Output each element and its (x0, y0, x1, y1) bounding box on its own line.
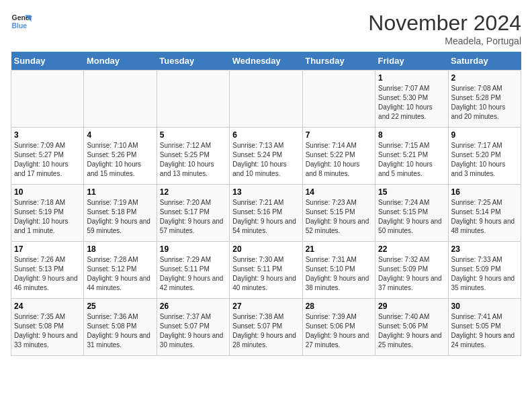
week-row-4: 17Sunrise: 7:26 AMSunset: 5:13 PMDayligh… (11, 242, 521, 299)
calendar-cell: 4Sunrise: 7:10 AMSunset: 5:26 PMDaylight… (84, 128, 157, 185)
logo-icon: General Blue (11, 11, 32, 32)
day-number: 25 (87, 302, 153, 311)
calendar-cell: 28Sunrise: 7:39 AMSunset: 5:06 PMDayligh… (302, 299, 375, 356)
day-number: 3 (14, 130, 81, 140)
weekday-header-monday: Monday (84, 52, 157, 71)
day-number: 4 (87, 130, 153, 140)
week-row-3: 10Sunrise: 7:18 AMSunset: 5:19 PMDayligh… (11, 185, 521, 242)
calendar-cell (157, 71, 229, 128)
calendar-cell: 3Sunrise: 7:09 AMSunset: 5:27 PMDaylight… (11, 128, 84, 185)
calendar-cell: 1Sunrise: 7:07 AMSunset: 5:30 PMDaylight… (375, 71, 448, 128)
calendar-cell: 14Sunrise: 7:23 AMSunset: 5:15 PMDayligh… (302, 185, 375, 242)
day-info: Sunrise: 7:25 AMSunset: 5:14 PMDaylight:… (451, 198, 518, 236)
week-row-5: 24Sunrise: 7:35 AMSunset: 5:08 PMDayligh… (11, 299, 521, 356)
calendar-cell: 18Sunrise: 7:28 AMSunset: 5:12 PMDayligh… (84, 242, 157, 299)
day-info: Sunrise: 7:32 AMSunset: 5:09 PMDaylight:… (378, 255, 445, 293)
calendar-cell: 16Sunrise: 7:25 AMSunset: 5:14 PMDayligh… (448, 185, 521, 242)
calendar-table: SundayMondayTuesdayWednesdayThursdayFrid… (11, 52, 521, 356)
day-number: 8 (378, 130, 445, 140)
weekday-header-tuesday: Tuesday (157, 52, 229, 71)
day-number: 19 (160, 244, 226, 254)
day-number: 27 (232, 302, 299, 311)
day-info: Sunrise: 7:15 AMSunset: 5:21 PMDaylight:… (378, 141, 445, 179)
day-number: 5 (160, 130, 226, 140)
day-number: 14 (306, 187, 372, 197)
weekday-header-row: SundayMondayTuesdayWednesdayThursdayFrid… (11, 52, 521, 71)
calendar-cell: 29Sunrise: 7:40 AMSunset: 5:06 PMDayligh… (375, 299, 448, 356)
day-info: Sunrise: 7:21 AMSunset: 5:16 PMDaylight:… (232, 198, 299, 236)
calendar-cell: 22Sunrise: 7:32 AMSunset: 5:09 PMDayligh… (375, 242, 448, 299)
day-info: Sunrise: 7:13 AMSunset: 5:24 PMDaylight:… (232, 141, 299, 179)
day-number: 13 (232, 187, 299, 197)
calendar-cell: 27Sunrise: 7:38 AMSunset: 5:07 PMDayligh… (230, 299, 302, 356)
day-info: Sunrise: 7:29 AMSunset: 5:11 PMDaylight:… (160, 255, 226, 293)
logo: General Blue (11, 11, 32, 32)
day-number: 16 (451, 187, 518, 197)
weekday-header-wednesday: Wednesday (230, 52, 302, 71)
day-info: Sunrise: 7:35 AMSunset: 5:08 PMDaylight:… (14, 312, 81, 350)
day-info: Sunrise: 7:37 AMSunset: 5:07 PMDaylight:… (160, 312, 226, 350)
day-number: 7 (306, 130, 372, 140)
day-info: Sunrise: 7:33 AMSunset: 5:09 PMDaylight:… (451, 255, 518, 293)
day-info: Sunrise: 7:14 AMSunset: 5:22 PMDaylight:… (306, 141, 372, 179)
calendar-cell (230, 71, 302, 128)
day-info: Sunrise: 7:07 AMSunset: 5:30 PMDaylight:… (378, 84, 445, 122)
day-info: Sunrise: 7:08 AMSunset: 5:28 PMDaylight:… (451, 84, 518, 122)
day-info: Sunrise: 7:10 AMSunset: 5:26 PMDaylight:… (87, 141, 153, 179)
calendar-cell: 30Sunrise: 7:41 AMSunset: 5:05 PMDayligh… (448, 299, 521, 356)
calendar-cell: 5Sunrise: 7:12 AMSunset: 5:25 PMDaylight… (157, 128, 229, 185)
calendar-cell: 6Sunrise: 7:13 AMSunset: 5:24 PMDaylight… (230, 128, 302, 185)
day-info: Sunrise: 7:36 AMSunset: 5:08 PMDaylight:… (87, 312, 153, 350)
day-info: Sunrise: 7:26 AMSunset: 5:13 PMDaylight:… (14, 255, 81, 293)
day-info: Sunrise: 7:28 AMSunset: 5:12 PMDaylight:… (87, 255, 153, 293)
calendar-cell: 24Sunrise: 7:35 AMSunset: 5:08 PMDayligh… (11, 299, 84, 356)
month-title: November 2024 (368, 11, 521, 36)
week-row-2: 3Sunrise: 7:09 AMSunset: 5:27 PMDaylight… (11, 128, 521, 185)
weekday-header-saturday: Saturday (448, 52, 521, 71)
calendar-cell: 2Sunrise: 7:08 AMSunset: 5:28 PMDaylight… (448, 71, 521, 128)
day-info: Sunrise: 7:24 AMSunset: 5:15 PMDaylight:… (378, 198, 445, 236)
day-number: 26 (160, 302, 226, 311)
calendar-cell: 8Sunrise: 7:15 AMSunset: 5:21 PMDaylight… (375, 128, 448, 185)
day-info: Sunrise: 7:17 AMSunset: 5:20 PMDaylight:… (451, 141, 518, 179)
day-info: Sunrise: 7:18 AMSunset: 5:19 PMDaylight:… (14, 198, 81, 236)
calendar-cell: 15Sunrise: 7:24 AMSunset: 5:15 PMDayligh… (375, 185, 448, 242)
calendar-cell: 9Sunrise: 7:17 AMSunset: 5:20 PMDaylight… (448, 128, 521, 185)
calendar-cell: 19Sunrise: 7:29 AMSunset: 5:11 PMDayligh… (157, 242, 229, 299)
calendar-cell: 7Sunrise: 7:14 AMSunset: 5:22 PMDaylight… (302, 128, 375, 185)
day-info: Sunrise: 7:39 AMSunset: 5:06 PMDaylight:… (306, 312, 372, 350)
title-block: November 2024 Meadela, Portugal (368, 11, 521, 46)
day-number: 28 (306, 302, 372, 311)
calendar-cell: 23Sunrise: 7:33 AMSunset: 5:09 PMDayligh… (448, 242, 521, 299)
day-number: 15 (378, 187, 445, 197)
calendar-cell: 17Sunrise: 7:26 AMSunset: 5:13 PMDayligh… (11, 242, 84, 299)
day-number: 30 (451, 302, 518, 311)
day-number: 21 (306, 244, 372, 254)
day-number: 29 (378, 302, 445, 311)
weekday-header-sunday: Sunday (11, 52, 84, 71)
day-info: Sunrise: 7:23 AMSunset: 5:15 PMDaylight:… (306, 198, 372, 236)
day-info: Sunrise: 7:41 AMSunset: 5:05 PMDaylight:… (451, 312, 518, 350)
day-number: 24 (14, 302, 81, 311)
day-number: 12 (160, 187, 226, 197)
day-info: Sunrise: 7:12 AMSunset: 5:25 PMDaylight:… (160, 141, 226, 179)
day-number: 18 (87, 244, 153, 254)
calendar-cell: 26Sunrise: 7:37 AMSunset: 5:07 PMDayligh… (157, 299, 229, 356)
day-number: 11 (87, 187, 153, 197)
calendar-cell: 11Sunrise: 7:19 AMSunset: 5:18 PMDayligh… (84, 185, 157, 242)
day-number: 2 (451, 73, 518, 83)
day-number: 22 (378, 244, 445, 254)
weekday-header-friday: Friday (375, 52, 448, 71)
day-info: Sunrise: 7:31 AMSunset: 5:10 PMDaylight:… (306, 255, 372, 293)
day-info: Sunrise: 7:38 AMSunset: 5:07 PMDaylight:… (232, 312, 299, 350)
day-number: 9 (451, 130, 518, 140)
day-info: Sunrise: 7:19 AMSunset: 5:18 PMDaylight:… (87, 198, 153, 236)
day-number: 20 (232, 244, 299, 254)
day-info: Sunrise: 7:09 AMSunset: 5:27 PMDaylight:… (14, 141, 81, 179)
day-number: 17 (14, 244, 81, 254)
calendar-cell: 12Sunrise: 7:20 AMSunset: 5:17 PMDayligh… (157, 185, 229, 242)
calendar-cell: 20Sunrise: 7:30 AMSunset: 5:11 PMDayligh… (230, 242, 302, 299)
calendar-cell (302, 71, 375, 128)
day-number: 6 (232, 130, 299, 140)
calendar-cell (84, 71, 157, 128)
